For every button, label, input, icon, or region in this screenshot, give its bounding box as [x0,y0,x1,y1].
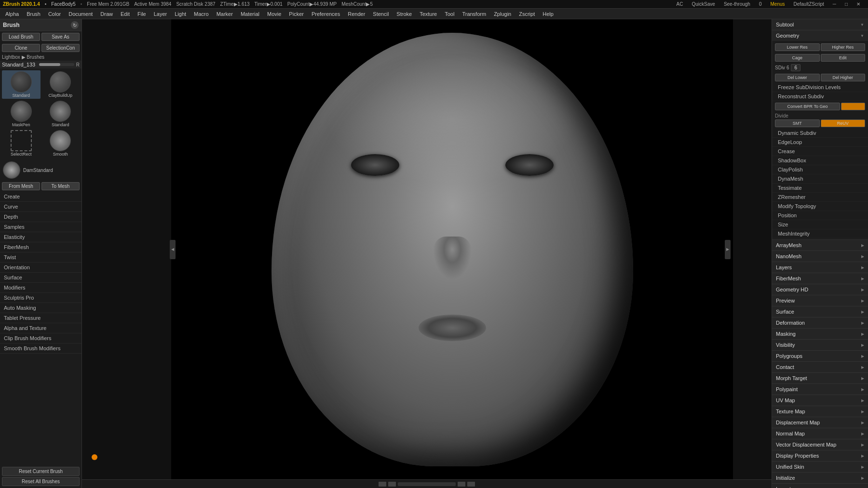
menu-file[interactable]: File [134,10,149,18]
polypaint-header[interactable]: Polypaint ▶ [772,384,868,395]
bottom-next-btn[interactable] [458,482,465,487]
collapse-right-handle[interactable]: ▶ [725,240,731,259]
bottom-end-btn[interactable] [467,482,475,487]
preview-header[interactable]: Preview ▶ [772,295,868,306]
zremesher-item[interactable]: ZRemesher [772,193,868,202]
collapse-left-handle[interactable]: ◀ [170,240,176,259]
menus-btn[interactable]: Menus [770,1,785,7]
layers-header[interactable]: Layers ▶ [772,262,868,273]
menu-color[interactable]: Color [45,10,64,18]
sdiv-value[interactable]: 6 [791,64,800,71]
contact-header[interactable]: Contact ▶ [772,362,868,372]
prop-curve[interactable]: Curve [0,202,81,212]
freeze-subdiv-item[interactable]: Freeze SubDivision Levels [772,83,868,92]
higher-res-btn[interactable]: Higher Res [821,43,866,51]
menu-draw[interactable]: Draw [97,10,116,18]
divide-reuv-btn[interactable]: ReUV [821,119,866,127]
close-btn[interactable]: ✕ [856,1,860,7]
display-props-header[interactable]: Display Properties ▶ [772,450,868,461]
menu-document[interactable]: Document [65,10,96,18]
see-through-btn[interactable]: See-through [724,1,750,7]
geometryhd-header[interactable]: Geometry HD ▶ [772,284,868,295]
claypolish-item[interactable]: ClayPolish [772,165,868,174]
brush-item-standard[interactable]: Standard [2,70,41,99]
bottom-prev-btn[interactable] [379,482,386,487]
canvas-area[interactable]: ◀ ▶ [82,19,772,488]
menu-tool[interactable]: Tool [441,10,458,18]
menu-material[interactable]: Material [237,10,263,18]
geometry-header[interactable]: Geometry ▼ [772,30,868,41]
maximize-btn[interactable]: □ [845,1,848,7]
shadowbox-item[interactable]: ShadowBox [772,156,868,165]
unified-skin-header[interactable]: Unified Skin ▶ [772,462,868,472]
convert-bpr-value-btn[interactable] [841,103,865,110]
quicksave-btn[interactable]: QuickSave [692,1,715,7]
position-item[interactable]: Position [772,211,868,220]
prop-modifiers[interactable]: Modifiers [0,283,81,293]
prop-auto-masking[interactable]: Auto Masking [0,303,81,313]
dynamic-subdiv-item[interactable]: Dynamic Subdiv [772,129,868,138]
displacement-map-header[interactable]: Displacement Map ▶ [772,417,868,428]
menu-preferences[interactable]: Preferences [308,10,343,18]
menu-help[interactable]: Help [539,10,557,18]
size-item[interactable]: Size [772,220,868,229]
masking-header[interactable]: Masking ▶ [772,329,868,339]
lightbox-row[interactable]: Lightbox ▶ Brushes [0,53,81,61]
del-lower-btn[interactable]: Del Lower [775,74,820,81]
menu-zplugin[interactable]: Zplugin [490,10,515,18]
tessimate-item[interactable]: Tessimate [772,184,868,193]
clone-btn[interactable]: Clone [2,44,40,52]
visibility-header[interactable]: Visibility ▶ [772,340,868,350]
menu-edit[interactable]: Edit [117,10,133,18]
brush-size-slider[interactable] [39,63,74,66]
del-higher-btn[interactable]: Del Higher [821,74,866,81]
prop-twist[interactable]: Twist [0,252,81,263]
menu-picker[interactable]: Picker [285,10,307,18]
prop-clip-brush[interactable]: Clip Brush Modifiers [0,333,81,343]
edgeloop-item[interactable]: EdgeLoop [772,138,868,147]
brush-item-smooth[interactable]: Smooth [41,129,80,158]
prop-samples[interactable]: Samples [0,222,81,232]
timeline-slider[interactable] [398,482,456,486]
reset-all-brushes-btn[interactable]: Reset All Brushes [2,477,80,486]
menu-movie[interactable]: Movie [264,10,285,18]
reconstruct-item[interactable]: Reconstruct Subdiv [772,92,868,101]
prop-orientation[interactable]: Orientation [0,263,81,273]
uv-map-header[interactable]: UV Map ▶ [772,395,868,406]
subtool-header[interactable]: Subtool ▼ [772,19,868,30]
brush-item-damstandard[interactable]: DamStandard [2,160,80,180]
menu-marker[interactable]: Marker [213,10,236,18]
divide-smt-btn[interactable]: SMT [775,119,820,127]
convert-bpr-btn[interactable]: Convert BPR To Geo [775,103,840,110]
fibermesh-header[interactable]: FiberMesh ▶ [772,273,868,284]
prop-smooth-brush[interactable]: Smooth Brush Modifiers [0,343,81,354]
prop-surface[interactable]: Surface [0,273,81,283]
to-mesh-btn[interactable]: To Mesh [41,182,80,190]
load-brush-btn[interactable]: Load Brush [2,33,40,41]
viewport-canvas[interactable]: ◀ ▶ [82,19,772,479]
prop-fibermesh[interactable]: FiberMesh [0,242,81,252]
arraymesh-header[interactable]: ArrayMesh ▶ [772,240,868,251]
brush-item-standard2[interactable]: Standard [41,100,80,128]
prop-depth[interactable]: Depth [0,212,81,222]
edit-btn[interactable]: Edit [821,54,866,62]
r-label[interactable]: R [76,62,80,67]
prop-alpha-texture[interactable]: Alpha and Texture [0,323,81,333]
brush-item-selectrect[interactable]: SelectRect [2,129,41,158]
prop-create[interactable]: Create [0,192,81,202]
menu-stroke[interactable]: Stroke [393,10,415,18]
polygroups-header[interactable]: Polygroups ▶ [772,351,868,361]
deformation-header[interactable]: Deformation ▶ [772,317,868,328]
prop-elasticity[interactable]: Elasticity [0,232,81,242]
import-header[interactable]: Import ▶ [772,484,868,488]
menu-brush[interactable]: Brush [23,10,44,18]
modify-topology-item[interactable]: Modify Topology [772,202,868,211]
vector-displacement-header[interactable]: Vector Displacement Map ▶ [772,439,868,450]
morph-target-header[interactable]: Morph Target ▶ [772,373,868,383]
initialize-header[interactable]: Initialize ▶ [772,473,868,483]
refresh-brush-btn[interactable]: ↻ [71,21,79,29]
mesh-integrity-item[interactable]: MeshIntegrity [772,229,868,238]
minimize-btn[interactable]: ─ [833,1,836,7]
selectioncon-btn[interactable]: SelectionCon [41,44,80,52]
normal-map-header[interactable]: Normal Map ▶ [772,428,868,439]
